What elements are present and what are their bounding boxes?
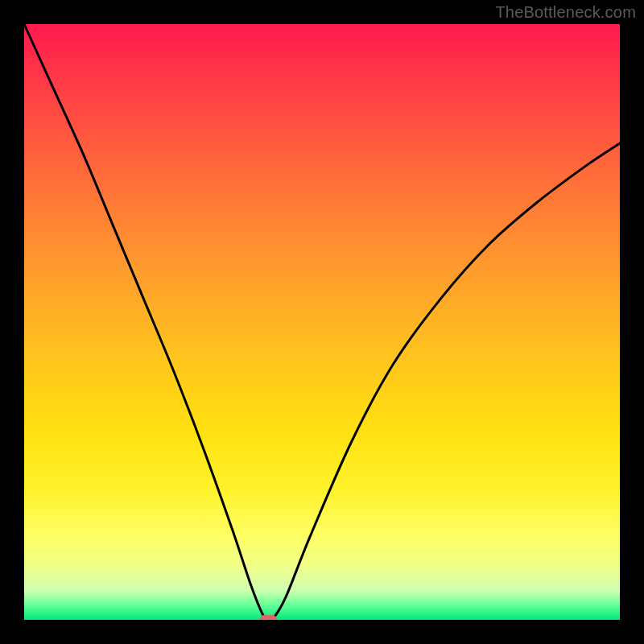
plot-area — [24, 24, 620, 620]
chart-container: TheBottleneck.com — [0, 0, 644, 644]
watermark-text: TheBottleneck.com — [495, 3, 636, 22]
curve-layer — [24, 24, 620, 620]
optimal-marker — [259, 615, 277, 620]
bottleneck-curve — [24, 24, 620, 620]
